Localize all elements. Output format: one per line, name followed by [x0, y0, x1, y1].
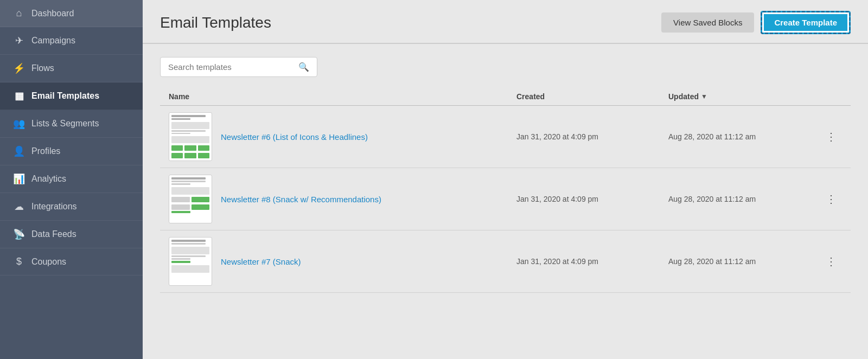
lists-segments-icon: 👥	[13, 118, 25, 130]
template-name-link[interactable]: Newsletter #8 (Snack w/ Recommendations)	[221, 195, 381, 204]
more-options-button[interactable]: ⋮	[821, 254, 841, 269]
sidebar-item-email-templates[interactable]: ▦Email Templates	[0, 82, 143, 110]
dashboard-icon: ⌂	[13, 8, 25, 19]
template-cell: Newsletter #6 (List of Icons & Headlines…	[169, 112, 516, 161]
search-icon: 🔍	[298, 62, 309, 72]
content-area: 🔍 Name Created Updated ▼ Newsletter #6 (…	[143, 44, 868, 359]
updated-date: Aug 28, 2020 at 11:12 am	[668, 132, 820, 141]
sidebar-item-dashboard[interactable]: ⌂Dashboard	[0, 0, 143, 27]
table-body: Newsletter #6 (List of Icons & Headlines…	[160, 106, 851, 293]
sidebar-item-flows[interactable]: ⚡Flows	[0, 55, 143, 82]
analytics-icon: 📊	[13, 173, 25, 185]
template-thumbnail	[169, 112, 212, 161]
updated-date: Aug 28, 2020 at 11:12 am	[668, 195, 820, 203]
template-thumbnail	[169, 237, 212, 286]
view-saved-blocks-button[interactable]: View Saved Blocks	[661, 12, 754, 33]
updated-date: Aug 28, 2020 at 11:12 am	[668, 257, 820, 266]
row-actions: ⋮	[820, 254, 842, 269]
sidebar-label-integrations: Integrations	[31, 202, 77, 211]
page-title: Email Templates	[160, 14, 271, 31]
search-bar: 🔍	[160, 57, 317, 77]
more-options-button[interactable]: ⋮	[821, 191, 841, 207]
row-actions: ⋮	[820, 191, 842, 207]
coupons-icon: $	[13, 256, 25, 267]
sidebar-label-dashboard: Dashboard	[31, 9, 74, 18]
sidebar-label-campaigns: Campaigns	[31, 36, 75, 46]
sort-arrow-icon: ▼	[701, 93, 707, 100]
header-actions: View Saved Blocks Create Template	[661, 11, 851, 34]
main-content: Email Templates View Saved Blocks Create…	[143, 0, 868, 359]
create-template-button[interactable]: Create Template	[761, 11, 851, 34]
created-date: Jan 31, 2020 at 4:09 pm	[516, 195, 668, 203]
profiles-icon: 👤	[13, 145, 25, 157]
sidebar-item-lists-segments[interactable]: 👥Lists & Segments	[0, 110, 143, 138]
integrations-icon: ☁	[13, 201, 25, 213]
column-actions	[820, 92, 842, 101]
template-cell: Newsletter #7 (Snack)	[169, 237, 516, 286]
page-header: Email Templates View Saved Blocks Create…	[143, 0, 868, 44]
table-row: Newsletter #6 (List of Icons & Headlines…	[160, 106, 851, 168]
created-date: Jan 31, 2020 at 4:09 pm	[516, 257, 668, 266]
sidebar-label-data-feeds: Data Feeds	[31, 229, 76, 239]
sidebar-item-profiles[interactable]: 👤Profiles	[0, 138, 143, 165]
search-input[interactable]	[168, 62, 298, 72]
sidebar-label-flows: Flows	[31, 63, 54, 73]
column-updated[interactable]: Updated ▼	[668, 92, 820, 101]
campaigns-icon: ✈	[13, 35, 25, 47]
sidebar-item-integrations[interactable]: ☁Integrations	[0, 193, 143, 221]
more-options-button[interactable]: ⋮	[821, 129, 841, 144]
email-templates-icon: ▦	[13, 90, 25, 102]
sidebar: ⌂Dashboard✈Campaigns⚡Flows▦Email Templat…	[0, 0, 143, 359]
sidebar-label-lists-segments: Lists & Segments	[31, 119, 99, 129]
template-name-link[interactable]: Newsletter #6 (List of Icons & Headlines…	[221, 132, 368, 142]
sidebar-item-campaigns[interactable]: ✈Campaigns	[0, 27, 143, 55]
column-name: Name	[169, 92, 516, 101]
sidebar-item-analytics[interactable]: 📊Analytics	[0, 165, 143, 193]
template-thumbnail	[169, 175, 212, 223]
created-date: Jan 31, 2020 at 4:09 pm	[516, 132, 668, 141]
table-header: Name Created Updated ▼	[160, 88, 851, 106]
flows-icon: ⚡	[13, 62, 25, 74]
template-name-link[interactable]: Newsletter #7 (Snack)	[221, 257, 301, 266]
table-row: Newsletter #8 (Snack w/ Recommendations)…	[160, 168, 851, 230]
sidebar-label-analytics: Analytics	[31, 174, 66, 184]
row-actions: ⋮	[820, 129, 842, 144]
table-row: Newsletter #7 (Snack)Jan 31, 2020 at 4:0…	[160, 230, 851, 293]
sidebar-label-email-templates: Email Templates	[31, 91, 99, 101]
template-cell: Newsletter #8 (Snack w/ Recommendations)	[169, 175, 516, 223]
sidebar-label-profiles: Profiles	[31, 146, 60, 156]
sidebar-item-coupons[interactable]: $Coupons	[0, 248, 143, 275]
data-feeds-icon: 📡	[13, 228, 25, 240]
sidebar-item-data-feeds[interactable]: 📡Data Feeds	[0, 221, 143, 248]
column-created: Created	[516, 92, 668, 101]
sidebar-label-coupons: Coupons	[31, 257, 66, 267]
